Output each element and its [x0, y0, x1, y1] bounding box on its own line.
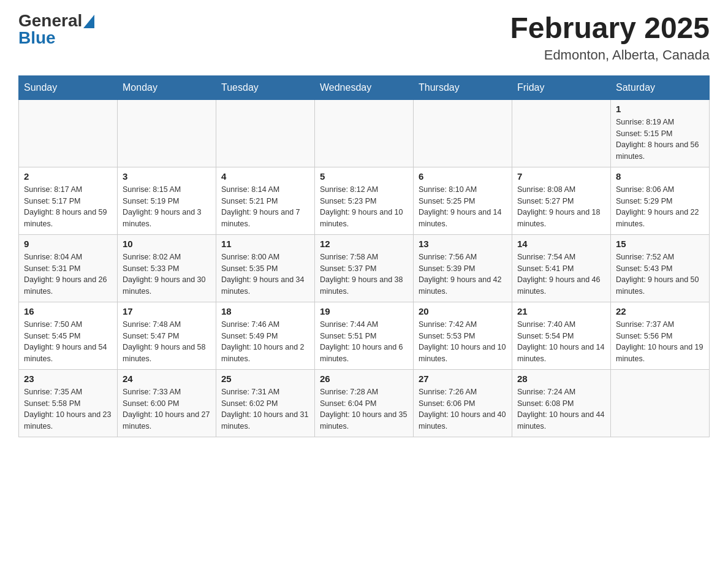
calendar-cell: 3Sunrise: 8:15 AM Sunset: 5:19 PM Daylig…: [118, 167, 216, 234]
calendar-cell: [216, 99, 315, 167]
day-header-wednesday: Wednesday: [315, 75, 414, 99]
calendar-cell: [512, 99, 611, 167]
day-info: Sunrise: 7:31 AM Sunset: 6:02 PM Dayligh…: [221, 386, 309, 432]
day-info: Sunrise: 7:54 AM Sunset: 5:41 PM Dayligh…: [517, 251, 605, 297]
day-number: 1: [616, 104, 704, 114]
calendar-cell: 7Sunrise: 8:08 AM Sunset: 5:27 PM Daylig…: [512, 167, 611, 234]
day-info: Sunrise: 8:17 AM Sunset: 5:17 PM Dayligh…: [24, 184, 112, 230]
logo: General Blue: [18, 12, 94, 47]
day-info: Sunrise: 7:42 AM Sunset: 5:53 PM Dayligh…: [419, 319, 507, 365]
calendar-cell: 18Sunrise: 7:46 AM Sunset: 5:49 PM Dayli…: [216, 302, 315, 369]
calendar-cell: 14Sunrise: 7:54 AM Sunset: 5:41 PM Dayli…: [512, 234, 611, 302]
day-number: 26: [320, 373, 408, 384]
day-number: 25: [221, 373, 309, 384]
day-number: 11: [221, 239, 309, 249]
day-number: 2: [24, 171, 112, 182]
calendar-cell: 26Sunrise: 7:28 AM Sunset: 6:04 PM Dayli…: [315, 369, 414, 437]
day-info: Sunrise: 7:46 AM Sunset: 5:49 PM Dayligh…: [221, 319, 309, 365]
day-header-saturday: Saturday: [611, 75, 710, 99]
calendar-cell: 1Sunrise: 8:19 AM Sunset: 5:15 PM Daylig…: [611, 99, 710, 167]
calendar-cell: 20Sunrise: 7:42 AM Sunset: 5:53 PM Dayli…: [414, 302, 512, 369]
calendar-cell: 8Sunrise: 8:06 AM Sunset: 5:29 PM Daylig…: [611, 167, 710, 234]
day-info: Sunrise: 8:14 AM Sunset: 5:21 PM Dayligh…: [221, 184, 309, 230]
calendar-week-row: 2Sunrise: 8:17 AM Sunset: 5:17 PM Daylig…: [19, 167, 710, 234]
day-info: Sunrise: 7:48 AM Sunset: 5:47 PM Dayligh…: [123, 319, 211, 365]
day-info: Sunrise: 7:35 AM Sunset: 5:58 PM Dayligh…: [24, 386, 112, 432]
calendar-cell: 16Sunrise: 7:50 AM Sunset: 5:45 PM Dayli…: [19, 302, 118, 369]
calendar-cell: 27Sunrise: 7:26 AM Sunset: 6:06 PM Dayli…: [414, 369, 512, 437]
calendar-cell: 4Sunrise: 8:14 AM Sunset: 5:21 PM Daylig…: [216, 167, 315, 234]
day-number: 3: [123, 171, 211, 182]
day-info: Sunrise: 8:00 AM Sunset: 5:35 PM Dayligh…: [221, 251, 309, 297]
calendar-cell: [611, 369, 710, 437]
calendar-cell: [118, 99, 216, 167]
calendar-cell: 21Sunrise: 7:40 AM Sunset: 5:54 PM Dayli…: [512, 302, 611, 369]
day-info: Sunrise: 8:02 AM Sunset: 5:33 PM Dayligh…: [123, 251, 211, 297]
day-info: Sunrise: 7:52 AM Sunset: 5:43 PM Dayligh…: [616, 251, 704, 297]
calendar-cell: 2Sunrise: 8:17 AM Sunset: 5:17 PM Daylig…: [19, 167, 118, 234]
day-number: 9: [24, 239, 112, 249]
day-info: Sunrise: 8:12 AM Sunset: 5:23 PM Dayligh…: [320, 184, 408, 230]
logo-general-text: General: [18, 11, 82, 30]
day-number: 4: [221, 171, 309, 182]
day-info: Sunrise: 8:04 AM Sunset: 5:31 PM Dayligh…: [24, 251, 112, 297]
day-number: 20: [419, 306, 507, 316]
day-info: Sunrise: 7:28 AM Sunset: 6:04 PM Dayligh…: [320, 386, 408, 432]
calendar-week-row: 16Sunrise: 7:50 AM Sunset: 5:45 PM Dayli…: [19, 302, 710, 369]
day-number: 15: [616, 239, 704, 249]
day-header-friday: Friday: [512, 75, 611, 99]
day-number: 19: [320, 306, 408, 316]
calendar-cell: [315, 99, 414, 167]
day-number: 13: [419, 239, 507, 249]
day-number: 24: [123, 373, 211, 384]
day-number: 6: [419, 171, 507, 182]
day-number: 8: [616, 171, 704, 182]
day-number: 21: [517, 306, 605, 316]
day-number: 5: [320, 171, 408, 182]
page-title: February 2025: [510, 12, 710, 45]
calendar-header-row: SundayMondayTuesdayWednesdayThursdayFrid…: [19, 75, 710, 99]
day-number: 16: [24, 306, 112, 316]
day-header-monday: Monday: [118, 75, 216, 99]
calendar-week-row: 23Sunrise: 7:35 AM Sunset: 5:58 PM Dayli…: [19, 369, 710, 437]
calendar-week-row: 9Sunrise: 8:04 AM Sunset: 5:31 PM Daylig…: [19, 234, 710, 302]
day-header-thursday: Thursday: [414, 75, 512, 99]
day-info: Sunrise: 7:24 AM Sunset: 6:08 PM Dayligh…: [517, 386, 605, 432]
day-number: 12: [320, 239, 408, 249]
calendar-cell: [414, 99, 512, 167]
day-info: Sunrise: 7:50 AM Sunset: 5:45 PM Dayligh…: [24, 319, 112, 365]
calendar-cell: 9Sunrise: 8:04 AM Sunset: 5:31 PM Daylig…: [19, 234, 118, 302]
day-info: Sunrise: 8:10 AM Sunset: 5:25 PM Dayligh…: [419, 184, 507, 230]
calendar-cell: 11Sunrise: 8:00 AM Sunset: 5:35 PM Dayli…: [216, 234, 315, 302]
calendar-cell: 19Sunrise: 7:44 AM Sunset: 5:51 PM Dayli…: [315, 302, 414, 369]
day-number: 28: [517, 373, 605, 384]
calendar-cell: 15Sunrise: 7:52 AM Sunset: 5:43 PM Dayli…: [611, 234, 710, 302]
calendar-cell: 22Sunrise: 7:37 AM Sunset: 5:56 PM Dayli…: [611, 302, 710, 369]
calendar-cell: 28Sunrise: 7:24 AM Sunset: 6:08 PM Dayli…: [512, 369, 611, 437]
day-info: Sunrise: 7:44 AM Sunset: 5:51 PM Dayligh…: [320, 319, 408, 365]
calendar-table: SundayMondayTuesdayWednesdayThursdayFrid…: [18, 75, 710, 437]
calendar-cell: 13Sunrise: 7:56 AM Sunset: 5:39 PM Dayli…: [414, 234, 512, 302]
day-number: 23: [24, 373, 112, 384]
day-info: Sunrise: 7:37 AM Sunset: 5:56 PM Dayligh…: [616, 319, 704, 365]
calendar-cell: [19, 99, 118, 167]
calendar-cell: 5Sunrise: 8:12 AM Sunset: 5:23 PM Daylig…: [315, 167, 414, 234]
day-info: Sunrise: 7:26 AM Sunset: 6:06 PM Dayligh…: [419, 386, 507, 432]
day-number: 18: [221, 306, 309, 316]
day-number: 27: [419, 373, 507, 384]
day-number: 17: [123, 306, 211, 316]
day-info: Sunrise: 8:15 AM Sunset: 5:19 PM Dayligh…: [123, 184, 211, 230]
page-subtitle: Edmonton, Alberta, Canada: [510, 47, 710, 63]
logo-triangle-icon: [82, 12, 94, 29]
calendar-cell: 6Sunrise: 8:10 AM Sunset: 5:25 PM Daylig…: [414, 167, 512, 234]
day-info: Sunrise: 7:58 AM Sunset: 5:37 PM Dayligh…: [320, 251, 408, 297]
page-header: General Blue February 2025 Edmonton, Alb…: [18, 12, 710, 63]
day-info: Sunrise: 8:06 AM Sunset: 5:29 PM Dayligh…: [616, 184, 704, 230]
day-info: Sunrise: 8:08 AM Sunset: 5:27 PM Dayligh…: [517, 184, 605, 230]
calendar-week-row: 1Sunrise: 8:19 AM Sunset: 5:15 PM Daylig…: [19, 99, 710, 167]
calendar-cell: 17Sunrise: 7:48 AM Sunset: 5:47 PM Dayli…: [118, 302, 216, 369]
calendar-cell: 23Sunrise: 7:35 AM Sunset: 5:58 PM Dayli…: [19, 369, 118, 437]
calendar-cell: 24Sunrise: 7:33 AM Sunset: 6:00 PM Dayli…: [118, 369, 216, 437]
day-info: Sunrise: 8:19 AM Sunset: 5:15 PM Dayligh…: [616, 117, 704, 163]
day-info: Sunrise: 7:40 AM Sunset: 5:54 PM Dayligh…: [517, 319, 605, 365]
